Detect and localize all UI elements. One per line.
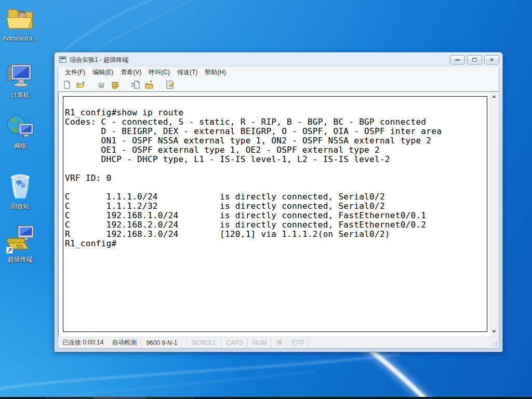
terminal-client-area: R1_config#show ip route Codes: C - conne… bbox=[58, 91, 499, 337]
open-icon[interactable] bbox=[75, 79, 86, 90]
call-disabled-icon bbox=[96, 79, 107, 90]
desktop-icon-label: 回收站 bbox=[11, 202, 30, 211]
desktop-icon-label: 网络 bbox=[14, 142, 26, 151]
window-body: 文件(F) 编辑(E) 查看(V) 呼叫(C) 传送(T) 帮助(H) bbox=[58, 67, 499, 349]
desktop: Administra... 计算机 网络 bbox=[0, 0, 532, 399]
desktop-icon-label: Administra... bbox=[3, 35, 38, 42]
hyperterminal-window-icon bbox=[59, 56, 67, 64]
status-panel-3: SCROLL bbox=[188, 339, 221, 347]
desktop-icon-administrator[interactable]: Administra... bbox=[0, 4, 41, 43]
call-icon[interactable] bbox=[109, 79, 121, 90]
close-icon: ✕ bbox=[489, 57, 494, 63]
properties-icon[interactable] bbox=[164, 79, 176, 90]
taskbar-edge[interactable] bbox=[0, 397, 532, 399]
vertical-scrollbar[interactable] bbox=[489, 92, 498, 336]
scroll-down-button[interactable] bbox=[489, 327, 498, 336]
computer-icon bbox=[6, 62, 35, 89]
status-panel-4: CAPS bbox=[222, 339, 247, 347]
menu-help[interactable]: 帮助(H) bbox=[201, 67, 230, 78]
menu-bar: 文件(F) 编辑(E) 查看(V) 呼叫(C) 传送(T) 帮助(H) bbox=[58, 67, 499, 78]
desktop-icon-label: 计算机 bbox=[11, 91, 30, 100]
status-panel-6: 捕 bbox=[272, 338, 286, 347]
menu-call[interactable]: 呼叫(C) bbox=[145, 67, 174, 78]
minimize-icon bbox=[455, 59, 460, 61]
receive-icon[interactable] bbox=[143, 79, 155, 90]
hyperterminal-window: 综合实验1 - 超级终端 ✕ 文件(F) 编辑(E) 查看(V) 呼叫(C) 传… bbox=[54, 52, 503, 352]
status-panel-0: 已连接 0:00:14 bbox=[58, 338, 108, 347]
menu-view[interactable]: 查看(V) bbox=[117, 67, 145, 78]
minimize-button[interactable] bbox=[450, 55, 465, 64]
title-bar[interactable]: 综合实验1 - 超级终端 ✕ bbox=[58, 52, 499, 67]
close-button[interactable]: ✕ bbox=[484, 55, 499, 64]
administrator-folder-icon bbox=[6, 4, 35, 33]
window-title: 综合实验1 - 超级终端 bbox=[70, 56, 128, 64]
desktop-icon-network[interactable]: 网络 bbox=[0, 113, 41, 151]
maximize-button[interactable] bbox=[467, 55, 482, 64]
scroll-up-icon bbox=[492, 95, 496, 98]
status-panel-7: 打印 bbox=[287, 338, 308, 347]
status-bar: 已连接 0:00:14 自动检测 9600 8-N-1 SCROLL CAPS … bbox=[58, 337, 499, 348]
menu-transfer[interactable]: 传送(T) bbox=[174, 67, 201, 78]
new-icon[interactable] bbox=[61, 79, 73, 90]
hyperterminal-icon bbox=[5, 224, 35, 254]
recycle-bin-icon bbox=[7, 170, 33, 201]
desktop-icon-label: 超级终端 bbox=[8, 255, 33, 264]
network-icon bbox=[6, 113, 35, 140]
status-panel-2: 9600 8-N-1 bbox=[142, 339, 187, 347]
desktop-icon-computer[interactable]: 计算机 bbox=[0, 62, 41, 100]
maximize-icon bbox=[472, 58, 477, 62]
send-icon[interactable] bbox=[130, 79, 141, 90]
toolbar bbox=[58, 78, 499, 91]
menu-edit[interactable]: 编辑(E) bbox=[89, 67, 117, 78]
status-panel-1: 自动检测 bbox=[108, 338, 141, 347]
desktop-icon-recycle-bin[interactable]: 回收站 bbox=[0, 170, 41, 211]
terminal-screen[interactable]: R1_config#show ip route Codes: C - conne… bbox=[63, 96, 487, 332]
menu-file[interactable]: 文件(F) bbox=[61, 67, 89, 78]
terminal-text: R1_config#show ip route Codes: C - conne… bbox=[65, 108, 487, 248]
desktop-icon-hyperterminal[interactable]: 超级终端 bbox=[0, 224, 41, 264]
status-panel-5: NUM bbox=[248, 339, 271, 347]
resize-grip[interactable] bbox=[491, 341, 498, 347]
scroll-down-icon bbox=[492, 330, 496, 333]
scroll-up-button[interactable] bbox=[489, 92, 498, 101]
